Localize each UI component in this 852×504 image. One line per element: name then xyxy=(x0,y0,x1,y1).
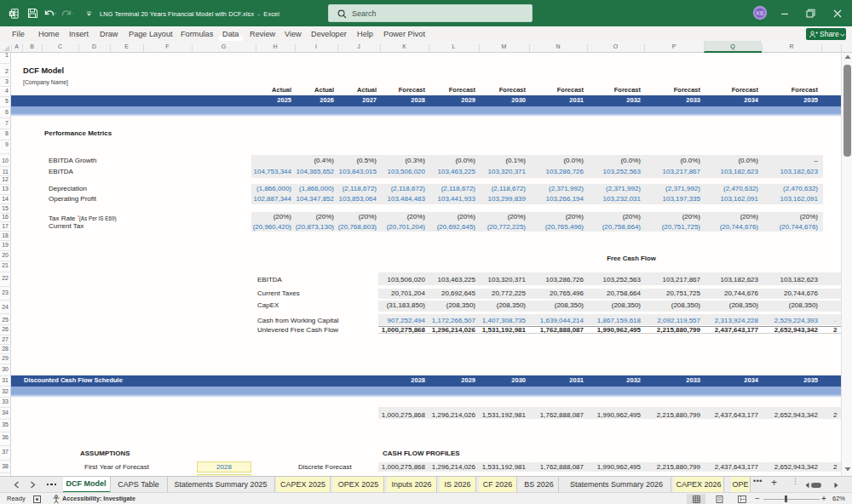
svg-text:KB: KB xyxy=(757,10,764,16)
